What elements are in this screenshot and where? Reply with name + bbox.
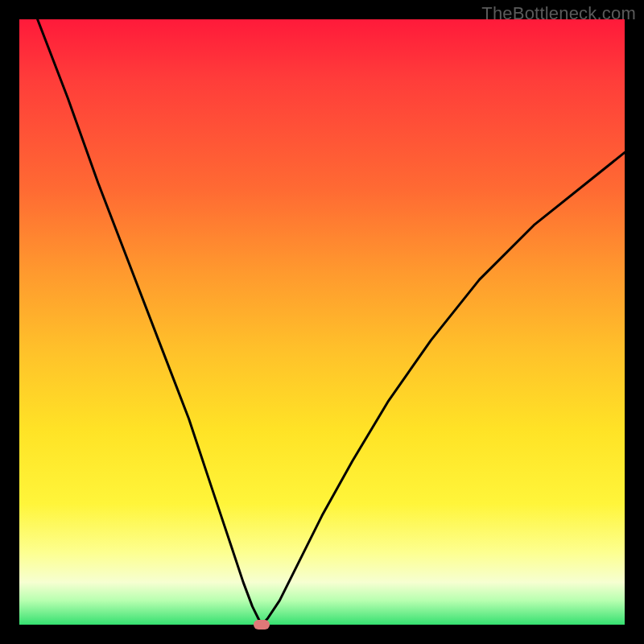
bottleneck-curve — [19, 19, 625, 625]
plot-area — [19, 19, 625, 625]
minimum-marker — [254, 620, 270, 630]
chart-stage: TheBottleneck.com — [0, 0, 644, 644]
